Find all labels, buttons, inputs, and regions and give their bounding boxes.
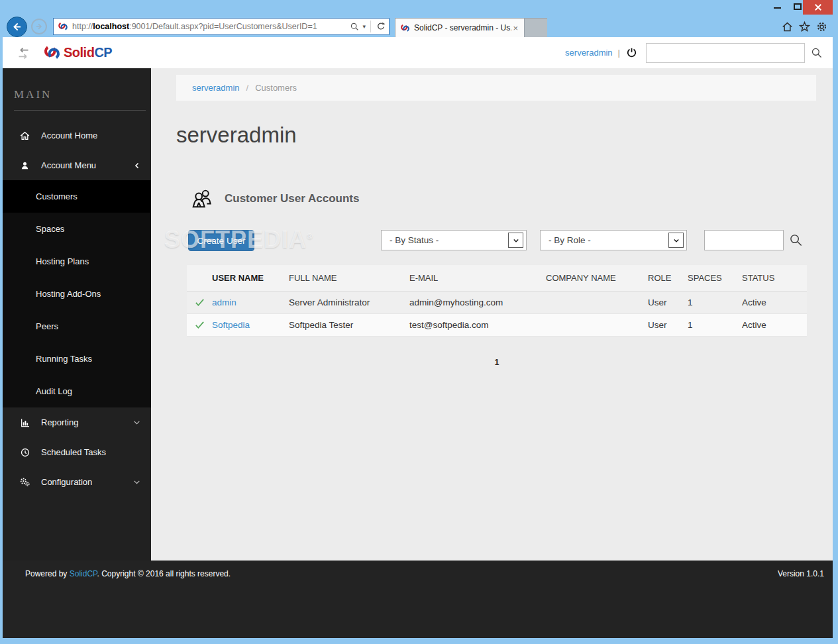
maximize-button[interactable] [794, 3, 802, 10]
status-filter-select[interactable]: - By Status - [381, 230, 527, 250]
chevron-down-icon [132, 478, 141, 486]
table-row: Softpedia Softpedia Tester test@softpedi… [187, 314, 807, 337]
table-search-input[interactable] [704, 230, 784, 250]
sidebar-item-label: Account Menu [41, 160, 96, 170]
address-bar[interactable]: http://localhost:9001/Default.aspx?pid=U… [53, 18, 390, 35]
header-search-button[interactable] [811, 47, 823, 59]
section-title: Customer User Accounts [225, 192, 359, 205]
cell-user-name: Softpedia [212, 320, 289, 330]
account-submenu: Customers Spaces Hosting Plans Hosting A… [3, 180, 151, 407]
submenu-label: Audit Log [36, 386, 72, 396]
search-icon[interactable] [350, 22, 360, 32]
submenu-label: Peers [36, 321, 58, 331]
header-search-input[interactable] [646, 43, 805, 63]
power-icon [625, 46, 638, 59]
sidebar-item-label: Scheduled Tasks [41, 447, 106, 457]
breadcrumb: serveradmin / Customers [176, 75, 816, 101]
sidebar-item-customers[interactable]: Customers [3, 180, 151, 213]
favorites-button[interactable] [798, 21, 811, 33]
table-row: admin Server Administrator admin@myhosti… [187, 292, 807, 314]
chevron-down-icon [132, 418, 141, 427]
sidebar-item-scheduled-tasks[interactable]: Scheduled Tasks [3, 437, 151, 467]
breadcrumb-parent-link[interactable]: serveradmin [192, 83, 240, 93]
minimize-button[interactable] [774, 7, 781, 9]
column-header-email[interactable]: E-MAIL [409, 273, 546, 283]
home-button[interactable] [781, 21, 794, 33]
sidebar-item-audit-log[interactable]: Audit Log [3, 375, 151, 407]
user-icon [19, 160, 30, 171]
close-button[interactable] [803, 0, 833, 15]
tab-close-icon[interactable]: × [511, 23, 519, 33]
browser-titlebar [0, 0, 838, 16]
sidebar-item-account-home[interactable]: Account Home [3, 121, 151, 150]
sidebar-item-label: Configuration [41, 477, 92, 487]
table-search-button[interactable] [789, 233, 803, 247]
app-header: SolidCP serveradmin | [3, 37, 833, 68]
search-icon [811, 47, 823, 59]
toolbar: Create User - By Status - - By Role - [151, 230, 833, 251]
cell-full-name: Softpedia Tester [289, 320, 409, 330]
users-table: USER NAME FULL NAME E-MAIL COMPANY NAME … [187, 265, 807, 337]
forward-button[interactable] [31, 19, 47, 34]
submenu-label: Hosting Add-Ons [36, 289, 101, 299]
forward-arrow-icon [34, 22, 44, 31]
sidebar-item-spaces[interactable]: Spaces [3, 213, 151, 245]
page-title: serveradmin [176, 123, 297, 148]
user-link[interactable]: Softpedia [212, 320, 250, 330]
cell-full-name: Server Administrator [289, 297, 409, 307]
tab-favicon [400, 23, 410, 33]
sidebar-toggle-button[interactable] [17, 47, 30, 59]
url-text: http://localhost:9001/Default.aspx?pid=U… [72, 22, 350, 31]
refresh-icon[interactable] [376, 21, 386, 32]
settings-button[interactable] [815, 21, 828, 33]
cell-role: User [648, 297, 688, 307]
back-button[interactable] [7, 17, 27, 37]
submenu-label: Spaces [36, 224, 64, 234]
role-filter-value: - By Role - [549, 235, 591, 245]
urlbar-divider [370, 21, 371, 32]
clock-icon [19, 447, 30, 458]
role-filter-select[interactable]: - By Role - [540, 230, 687, 250]
app-footer: Powered by SolidCP. Copyright © 2016 all… [3, 561, 833, 638]
logout-button[interactable] [625, 46, 638, 59]
column-header-company-name[interactable]: COMPANY NAME [546, 273, 648, 283]
gears-icon [19, 476, 30, 488]
solidcp-footer-link[interactable]: SolidCP [70, 569, 97, 578]
browser-tab[interactable]: SolidCP - serveradmin - Us... × [395, 18, 525, 37]
sidebar-item-reporting[interactable]: Reporting [3, 407, 151, 437]
sidebar-item-configuration[interactable]: Configuration [3, 467, 151, 497]
customer-users-icon [191, 188, 215, 209]
sidebar-item-running-tasks[interactable]: Running Tasks [3, 343, 151, 375]
back-arrow-icon [11, 21, 23, 33]
new-tab-button[interactable] [525, 18, 547, 37]
column-header-role[interactable]: ROLE [648, 273, 688, 283]
submenu-label: Running Tasks [36, 354, 92, 364]
column-header-user-name[interactable]: USER NAME [212, 273, 289, 283]
cell-spaces: 1 [688, 320, 742, 330]
swap-arrows-icon [17, 47, 30, 59]
user-link[interactable]: admin [212, 297, 236, 307]
status-filter-value: - By Status - [390, 235, 439, 245]
sidebar-item-hosting-add-ons[interactable]: Hosting Add-Ons [3, 278, 151, 310]
sidebar-item-peers[interactable]: Peers [3, 310, 151, 343]
sidebar-item-hosting-plans[interactable]: Hosting Plans [3, 245, 151, 278]
version-text: Version 1.0.1 [778, 569, 824, 578]
active-check-icon [187, 319, 212, 331]
breadcrumb-separator: / [246, 83, 249, 93]
column-header-status[interactable]: STATUS [742, 273, 807, 283]
copyright-text: Powered by SolidCP. Copyright © 2016 all… [25, 569, 231, 578]
solidcp-logo[interactable]: SolidCP [43, 44, 112, 62]
cell-user-name: admin [212, 297, 289, 307]
search-dropdown-caret-icon[interactable]: ▾ [362, 23, 366, 30]
column-header-full-name[interactable]: FULL NAME [289, 273, 409, 283]
bar-chart-icon [19, 417, 30, 428]
pagination-page-1[interactable]: 1 [187, 358, 807, 367]
sidebar-item-account-menu[interactable]: Account Menu [3, 150, 151, 180]
cell-status: Active [742, 320, 807, 330]
column-header-spaces[interactable]: SPACES [688, 273, 742, 283]
create-user-button[interactable]: Create User [188, 230, 254, 251]
home-icon [19, 131, 30, 141]
user-account-link[interactable]: serveradmin [565, 48, 613, 58]
cell-email: admin@myhosting.com [409, 297, 546, 307]
search-icon [789, 233, 803, 247]
